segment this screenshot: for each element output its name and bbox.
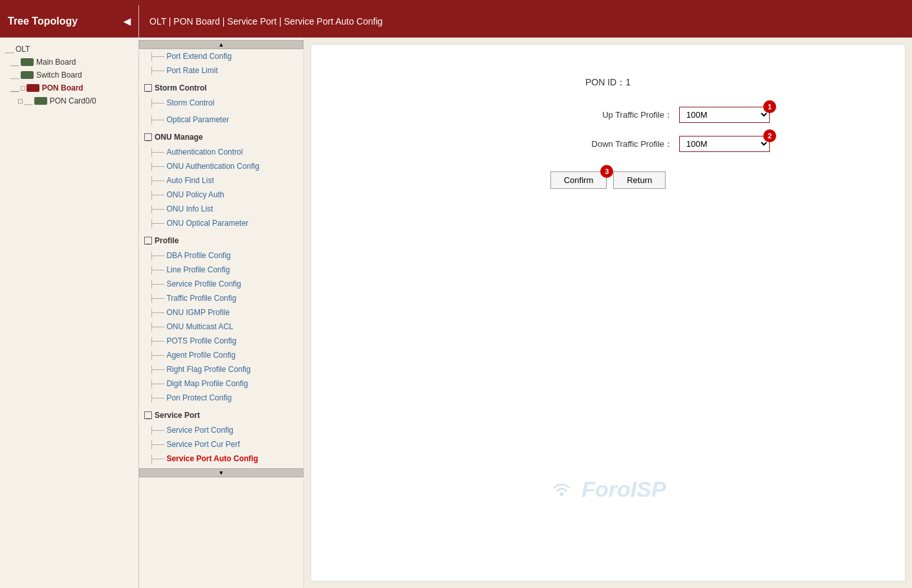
tree-item-pon-board[interactable]: ⎯⎯ □ PON Board [0, 82, 138, 94]
down-traffic-label: Down Traffic Profile： [592, 138, 673, 150]
main-form: PON ID：1 Up Traffic Profile： 100M 200M 5… [310, 44, 906, 582]
nav-item-right-flag-profile[interactable]: ├── Right Flag Profile Config [139, 362, 303, 376]
nav-section-header-service-port[interactable]: ⎯ Service Port [139, 408, 303, 423]
nav-connector: ├── [149, 280, 164, 288]
sidebar-collapse-icon[interactable]: ◀ [124, 16, 131, 27]
nav-label-line-profile: Line Profile Config [166, 265, 230, 274]
nav-label-pots-profile: POTS Profile Config [166, 336, 236, 345]
nav-connector: ├── [149, 191, 164, 199]
nav-section-service-port: ⎯ Service Port ├── Service Port Config ├… [139, 408, 303, 466]
scroll-down[interactable]: ▼ [139, 468, 303, 477]
nav-section-profile: ⎯ Profile ├── DBA Profile Config ├── Lin… [139, 233, 303, 405]
nav-item-pots-profile[interactable]: ├── POTS Profile Config [139, 334, 303, 348]
nav-connector: ├── [149, 162, 164, 170]
button-row: Confirm 3 Return [550, 171, 666, 189]
badge-3: 3 [600, 165, 613, 178]
nav-item-onu-optical-param[interactable]: ├── ONU Optical Parameter [139, 216, 303, 230]
sidebar: Tree Topology ◀ ⎯⎯ OLT ⎯⎯ Main Board ⎯⎯ … [0, 5, 139, 588]
nav-item-agent-profile[interactable]: ├── Agent Profile Config [139, 348, 303, 362]
nav-section-header-onu[interactable]: ⎯ ONU Manage [139, 129, 303, 145]
nav-connector: ├── [149, 294, 164, 302]
nav-label-auto-find-list: Auto Find List [166, 176, 213, 185]
nav-item-port-extend-config[interactable]: ├── Port Extend Config [139, 49, 303, 63]
return-button[interactable]: Return [613, 171, 666, 189]
nav-item-service-port-config[interactable]: ├── Service Port Config [139, 423, 303, 437]
tree-item-main-board[interactable]: ⎯⎯ Main Board [0, 56, 138, 69]
nav-item-line-profile[interactable]: ├── Line Profile Config [139, 263, 303, 277]
nav-item-service-port-auto-config[interactable]: ├── Service Port Auto Config [139, 452, 303, 466]
nav-item-onu-auth-config[interactable]: ├── ONU Authentication Config [139, 159, 303, 173]
sidebar-title-text: Tree Topology [8, 16, 78, 27]
nav-item-storm-control[interactable]: ├── Storm Control [139, 96, 303, 110]
nav-item-dba-profile[interactable]: ├── DBA Profile Config [139, 248, 303, 263]
tree-item-switch-board[interactable]: ⎯⎯ Switch Board [0, 69, 138, 82]
nav-item-onu-multicast[interactable]: ├── ONU Multicast ACL [139, 320, 303, 334]
minus-icon-onu: ⎯ [144, 133, 152, 141]
nav-section-optical: ├── Optical Parameter [139, 113, 303, 127]
up-traffic-select[interactable]: 100M 200M 500M 1000M [679, 107, 770, 123]
sidebar-title: Tree Topology ◀ [0, 5, 138, 38]
tree-connector: ⎯⎯ [5, 45, 14, 53]
nav-label-onu-optical-param: ONU Optical Parameter [166, 219, 248, 228]
nav-item-service-profile[interactable]: ├── Service Profile Config [139, 277, 303, 291]
form-section: PON ID：1 Up Traffic Profile： 100M 200M 5… [324, 64, 892, 189]
content-area: OLT | PON Board | Service Port | Service… [139, 5, 912, 588]
nav-label-dba-profile: DBA Profile Config [166, 251, 230, 260]
down-traffic-row: Down Traffic Profile： 100M 200M 500M 100… [446, 136, 770, 152]
nav-label-service-port-cur-perf: Service Port Cur Perf [166, 440, 239, 449]
tree-label-switch-board: Switch Board [36, 71, 82, 80]
tree-item-olt[interactable]: ⎯⎯ OLT [0, 43, 138, 56]
nav-connector: ├── [149, 309, 164, 316]
nav-connector: ├── [149, 441, 164, 448]
nav-connector: ├── [149, 67, 164, 74]
switch-board-icon [21, 71, 34, 79]
nav-item-auth-control[interactable]: ├── Authentication Control [139, 145, 303, 159]
breadcrumb-text: OLT | PON Board | Service Port | Service… [149, 16, 383, 27]
nav-section-header-storm[interactable]: ⎯ Storm Control [139, 80, 303, 96]
nav-item-pon-protect[interactable]: ├── Pon Protect Config [139, 391, 303, 405]
nav-label-onu-auth-config: ONU Authentication Config [166, 162, 259, 171]
pon-board-icon [27, 84, 39, 92]
tree-item-pon-card[interactable]: □ ⎯⎯ PON Card0/0 [0, 94, 138, 107]
confirm-button[interactable]: Confirm [550, 171, 607, 189]
badge-2: 2 [763, 129, 776, 142]
minus-icon-profile: ⎯ [144, 237, 152, 245]
nav-label-port-rate-limit: Port Rate Limit [166, 66, 217, 75]
nav-item-port-rate-limit[interactable]: ├── Port Rate Limit [139, 63, 303, 78]
sidebar-content: ⎯⎯ OLT ⎯⎯ Main Board ⎯⎯ Switch Board ⎯⎯ … [0, 38, 138, 588]
nav-item-onu-igmp[interactable]: ├── ONU IGMP Profile [139, 305, 303, 320]
badge-1: 1 [763, 100, 776, 113]
pon-card-icon [34, 97, 47, 105]
nav-connector: ├── [149, 266, 164, 274]
nav-label-service-profile: Service Profile Config [166, 279, 241, 289]
tree-label-pon-card: PON Card0/0 [50, 96, 96, 105]
nav-item-onu-info-list[interactable]: ├── ONU Info List [139, 202, 303, 216]
nav-label-onu-policy-auth: ONU Policy Auth [166, 190, 224, 199]
scroll-up[interactable]: ▲ [139, 40, 303, 49]
nav-connector: ├── [149, 205, 164, 213]
nav-item-service-port-cur-perf[interactable]: ├── Service Port Cur Perf [139, 437, 303, 452]
nav-item-auto-find-list[interactable]: ├── Auto Find List [139, 173, 303, 188]
wifi-watermark-icon [550, 480, 573, 503]
nav-label-digit-map-profile: Digit Map Profile Config [166, 379, 248, 388]
nav-item-optical-param[interactable]: ├── Optical Parameter [139, 113, 303, 127]
nav-connector: ├── [149, 455, 164, 463]
nav-section-header-profile[interactable]: ⎯ Profile [139, 233, 303, 248]
expand-icon[interactable]: □ [21, 84, 25, 92]
tree-label-olt: OLT [16, 45, 30, 54]
down-traffic-select[interactable]: 100M 200M 500M 1000M [679, 136, 770, 152]
nav-item-traffic-profile[interactable]: ├── Traffic Profile Config [139, 291, 303, 305]
breadcrumb: OLT | PON Board | Service Port | Service… [139, 5, 912, 38]
nav-label-auth-control: Authentication Control [166, 147, 243, 157]
svg-point-0 [559, 492, 563, 496]
nav-connector: ├── [149, 337, 164, 345]
nav-label-port-extend-config: Port Extend Config [166, 52, 232, 61]
expand-icon2[interactable]: □ [18, 97, 23, 105]
minus-icon-service-port: ⎯ [144, 411, 152, 419]
nav-item-digit-map-profile[interactable]: ├── Digit Map Profile Config [139, 376, 303, 391]
nav-label-storm-control: Storm Control [166, 98, 214, 107]
nav-item-onu-policy-auth[interactable]: ├── ONU Policy Auth [139, 188, 303, 202]
nav-section-label-service-port: Service Port [155, 411, 200, 420]
top-bar [0, 0, 912, 5]
minus-icon-storm: ⎯ [144, 84, 152, 92]
